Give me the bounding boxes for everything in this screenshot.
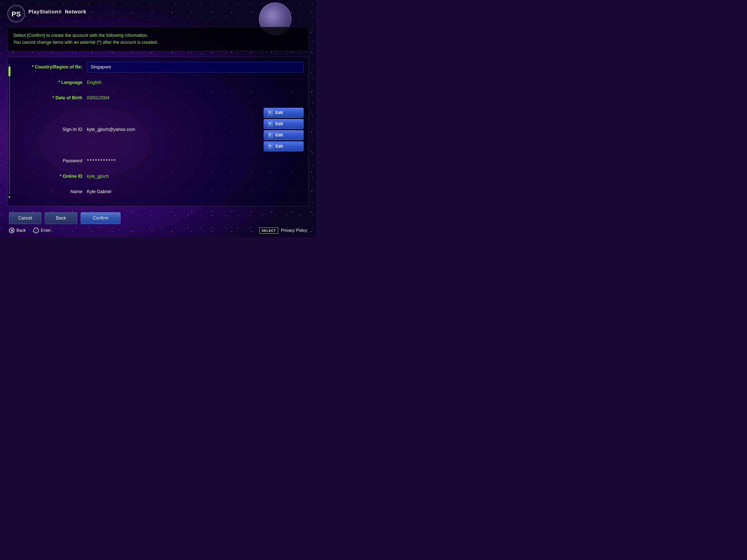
confirm-button[interactable]: Confirm bbox=[81, 212, 121, 224]
edit-onlineid-button[interactable]: 🔍 Edit bbox=[264, 130, 304, 140]
privacy-policy[interactable]: SELECT Privacy Policy bbox=[259, 228, 307, 234]
x-icon: ✕ bbox=[9, 228, 15, 233]
field-row-name: Name Kyle Gabriel bbox=[15, 186, 304, 197]
field-row-password: Password *********** bbox=[15, 155, 304, 167]
back-button[interactable]: Back bbox=[45, 212, 77, 224]
info-text: Select [Confirm] to create the account w… bbox=[13, 32, 303, 46]
scrollbar[interactable]: ▼ bbox=[8, 61, 11, 202]
field-row-signin: Sign-In ID kyle_gjisch@yahoo.com 🔍 Edit … bbox=[15, 108, 304, 151]
svg-text:PS: PS bbox=[11, 10, 21, 18]
field-row-country: * Country/Region of Re: Singapore bbox=[15, 61, 304, 73]
footer-enter-btn[interactable]: ○ Enter bbox=[33, 228, 51, 233]
label-dob: * Date of Birth bbox=[15, 95, 87, 101]
value-password: *********** bbox=[87, 158, 304, 164]
bottom-buttons: Cancel Back Confirm bbox=[7, 212, 309, 224]
privacy-policy-label: Privacy Policy bbox=[281, 228, 307, 233]
footer-nav: ✕ Back ○ Enter SELECT Privacy Policy bbox=[7, 228, 309, 234]
scroll-down-arrow[interactable]: ▼ bbox=[8, 195, 11, 199]
label-signin: Sign-In ID bbox=[15, 127, 87, 132]
edit-name-button[interactable]: 🔍 Edit bbox=[264, 141, 304, 151]
value-signin: kyle_gjisch@yahoo.com bbox=[87, 127, 259, 132]
edit-onlineid-icon: 🔍 bbox=[267, 132, 274, 138]
info-box: Select [Confirm] to create the account w… bbox=[7, 27, 309, 51]
label-password: Password bbox=[15, 158, 87, 163]
value-country: Singapore bbox=[87, 62, 304, 73]
value-name: Kyle Gabriel bbox=[87, 189, 304, 194]
value-onlineid: kyle_gjisch bbox=[87, 174, 304, 179]
select-badge: SELECT bbox=[259, 228, 278, 234]
main-panel: ▼ * Country/Region of Re: Singapore * La… bbox=[7, 57, 309, 206]
form-content: * Country/Region of Re: Singapore * Lang… bbox=[15, 61, 304, 202]
value-dob: 03/01/2004 bbox=[87, 95, 304, 101]
label-country: * Country/Region of Re: bbox=[15, 64, 87, 70]
edit-name-icon: 🔍 bbox=[267, 143, 274, 149]
psn-logo: PS bbox=[7, 5, 25, 22]
label-language: * Language bbox=[15, 80, 87, 85]
edit-password-icon: 🔍 bbox=[267, 121, 274, 127]
field-row-dob: * Date of Birth 03/01/2004 bbox=[15, 92, 304, 104]
label-onlineid: * Online ID bbox=[15, 174, 87, 179]
circle-icon: ○ bbox=[33, 228, 39, 233]
header: PS PlayStation® Network bbox=[7, 5, 309, 22]
cancel-button[interactable]: Cancel bbox=[9, 212, 41, 224]
edit-signin-icon: 🔍 bbox=[267, 110, 274, 116]
field-row-onlineid: * Online ID kyle_gjisch bbox=[15, 171, 304, 182]
footer-back-btn[interactable]: ✕ Back bbox=[9, 228, 26, 233]
edit-password-button[interactable]: 🔍 Edit bbox=[264, 119, 304, 129]
edit-signin-button[interactable]: 🔍 Edit bbox=[264, 108, 304, 118]
field-row-language: * Language English bbox=[15, 77, 304, 88]
value-language: English bbox=[87, 80, 304, 85]
app-title: PlayStation® Network bbox=[28, 8, 86, 20]
edit-buttons-group: 🔍 Edit 🔍 Edit 🔍 Edit 🔍 Edit bbox=[264, 108, 304, 151]
label-name: Name bbox=[15, 189, 87, 194]
